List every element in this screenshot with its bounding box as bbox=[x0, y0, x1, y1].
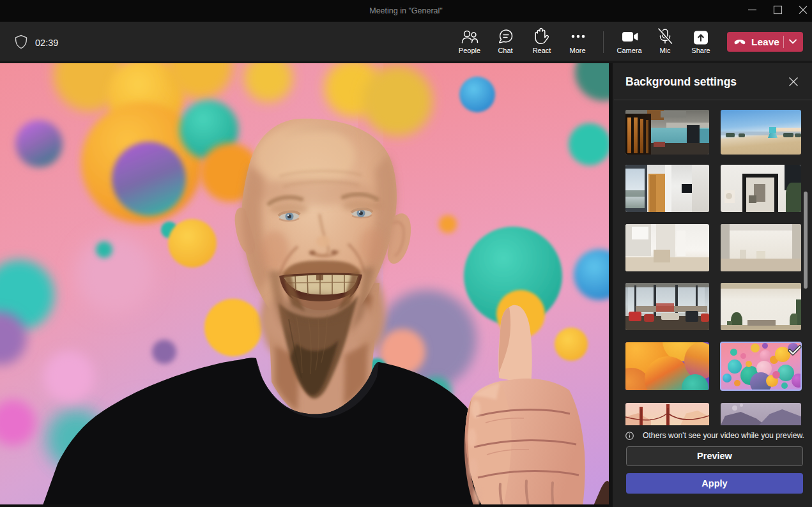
svg-text:02:39: 02:39 bbox=[35, 38, 58, 48]
